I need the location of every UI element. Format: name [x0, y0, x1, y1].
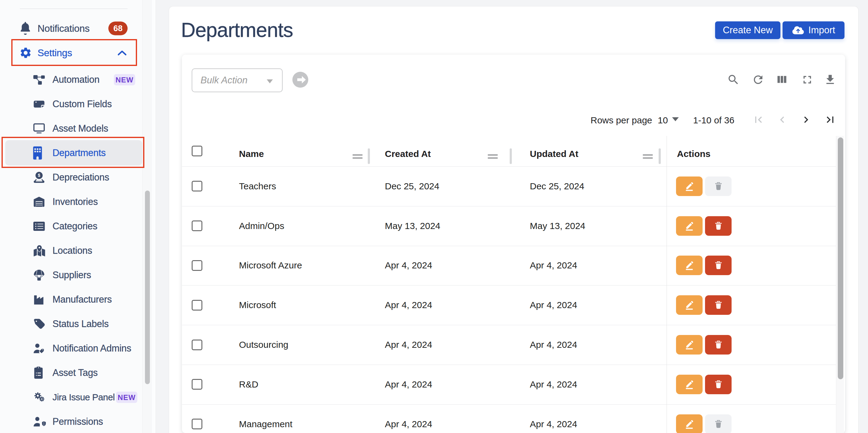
svg-text:$: $	[38, 173, 40, 178]
